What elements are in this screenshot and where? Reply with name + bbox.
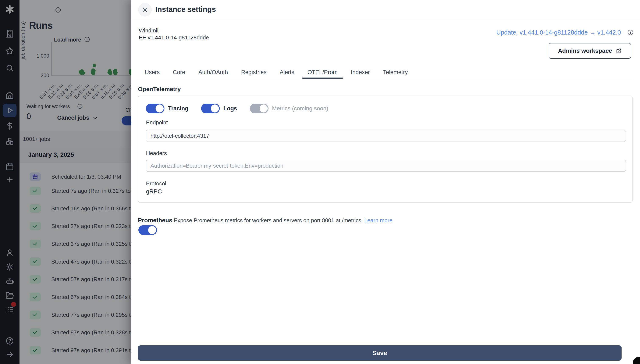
prometheus-section-header: Prometheus Expose Prometheus metrics for… (138, 217, 392, 224)
windmill-app: Runs Load more job duration (ms) 1,00020… (0, 0, 640, 364)
metrics-toggle-group: Metrics (coming soon) (250, 104, 328, 113)
tracing-toggle[interactable] (146, 104, 164, 113)
otel-toggles-row: Tracing Logs Metrics (coming soon) (146, 104, 328, 113)
header-divider (132, 20, 640, 20)
save-button[interactable]: Save (138, 345, 622, 360)
tab-indexer[interactable]: Indexer (346, 67, 375, 79)
endpoint-label: Endpoint (146, 119, 168, 126)
protocol-label: Protocol (146, 180, 166, 187)
tab-core[interactable]: Core (168, 67, 190, 79)
tabs-divider (138, 78, 634, 79)
metrics-label: Metrics (coming soon) (272, 105, 328, 112)
protocol-value: gRPC (146, 188, 162, 195)
prometheus-description: Expose Prometheus metrics for workers an… (174, 217, 363, 224)
app-name: Windmill (139, 27, 160, 34)
prometheus-title: Prometheus (138, 217, 172, 224)
tab-auth-oauth[interactable]: Auth/OAuth (193, 67, 233, 79)
headers-input[interactable] (146, 160, 626, 172)
close-button[interactable] (138, 3, 152, 16)
metrics-toggle (250, 104, 268, 113)
logs-toggle[interactable] (201, 104, 220, 113)
tab-telemetry[interactable]: Telemetry (378, 67, 413, 79)
opentelemetry-panel: Tracing Logs Metrics (coming soon) Endpo… (138, 96, 632, 203)
tracing-label: Tracing (168, 105, 188, 112)
external-link-icon (616, 48, 622, 54)
instance-settings-drawer: Instance settings WindmillEE v1.441.0-14… (132, 0, 640, 364)
version-string: EE v1.441.0-14-g81128ddde (139, 34, 209, 41)
learn-more-link[interactable]: Learn more (364, 217, 392, 224)
tab-users[interactable]: Users (140, 67, 165, 79)
settings-tabs: Users Core Auth/OAuth Registries Alerts … (140, 67, 413, 79)
update-version-link[interactable]: Update: v1.441.0-14-g81128ddde → v1.442.… (496, 29, 621, 36)
tracing-toggle-group: Tracing (146, 104, 188, 113)
headers-label: Headers (146, 150, 167, 156)
close-icon (142, 6, 148, 13)
logs-label: Logs (223, 105, 237, 112)
tab-alerts[interactable]: Alerts (275, 67, 300, 79)
update-info-icon[interactable] (627, 29, 634, 36)
tab-otel-prom[interactable]: OTEL/Prom (302, 67, 343, 79)
admins-workspace-label: Admins workspace (558, 48, 612, 54)
prometheus-toggle[interactable] (138, 225, 157, 235)
endpoint-input[interactable] (146, 130, 626, 142)
logs-toggle-group: Logs (201, 104, 237, 113)
instance-version: WindmillEE v1.441.0-14-g81128ddde (139, 27, 209, 41)
opentelemetry-heading: OpenTelemetry (138, 86, 181, 92)
admins-workspace-button[interactable]: Admins workspace (549, 43, 631, 59)
drawer-title: Instance settings (155, 5, 216, 14)
tab-registries[interactable]: Registries (236, 67, 272, 79)
